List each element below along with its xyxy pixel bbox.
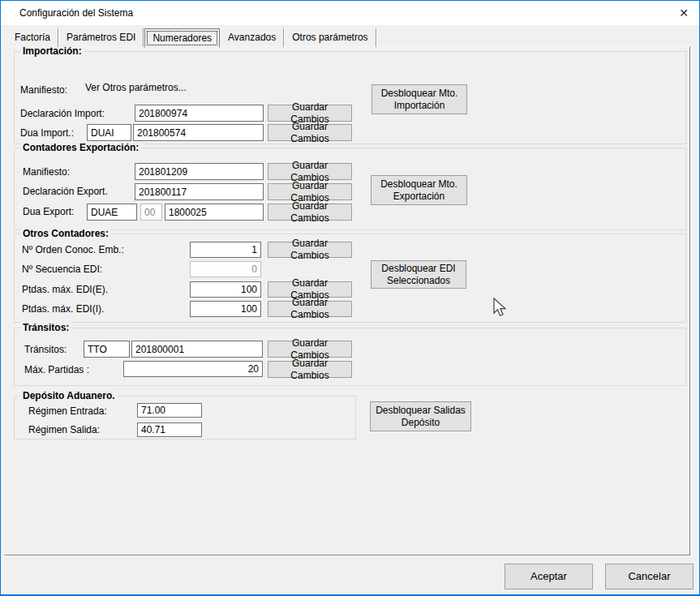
- guardar-dua-export-button[interactable]: Guardar Cambios: [268, 204, 352, 221]
- secuencia-edi-label: Nº Secuencia EDI:: [22, 264, 102, 275]
- regimen-entrada-label: Régimen Entrada:: [28, 405, 107, 417]
- orden-conoc-label: Nº Orden Conoc. Emb.:: [22, 244, 124, 255]
- dua-export-mid-input[interactable]: [140, 204, 162, 221]
- aceptar-button[interactable]: Aceptar: [505, 564, 593, 590]
- ptdas-max-edi-e-input[interactable]: [190, 281, 261, 298]
- group-otros-contadores-title: Otros Contadores:: [20, 228, 111, 239]
- manifiesto-import-value: Ver Otros parámetros...: [85, 82, 187, 93]
- tab-otros-parametros[interactable]: Otros parámetros: [285, 28, 376, 47]
- guardar-ptdas-edi-e-button[interactable]: Guardar Cambios: [268, 281, 352, 298]
- system-config-dialog: Configuración del Sistema ✕ Factoría Par…: [0, 0, 700, 596]
- title-bar: Configuración del Sistema ✕: [1, 1, 699, 25]
- guardar-declaracion-export-button[interactable]: Guardar Cambios: [268, 183, 352, 200]
- manifiesto-export-input[interactable]: [135, 163, 264, 180]
- tab-parametros-edi[interactable]: Parámetros EDI: [59, 28, 144, 47]
- tab-strip: Factoría Parámetros EDI Numeradores Avan…: [7, 28, 377, 47]
- tab-factoria[interactable]: Factoría: [7, 28, 58, 47]
- group-deposito-aduanero-title: Depósito Aduanero.: [20, 390, 118, 401]
- guardar-transitos-button[interactable]: Guardar Cambios: [268, 341, 352, 358]
- window-title: Configuración del Sistema: [19, 7, 133, 19]
- guardar-ptdas-edi-i-button[interactable]: Guardar Cambios: [268, 301, 352, 317]
- cancelar-button[interactable]: Cancelar: [605, 564, 694, 590]
- manifiesto-import-label: Manifiesto:: [20, 84, 67, 96]
- ptdas-max-edi-i-label: Ptdas. máx. EDI(I).: [22, 303, 104, 315]
- transitos-code-input[interactable]: [84, 341, 130, 358]
- declaracion-import-label: Declaración Import:: [20, 108, 105, 119]
- guardar-max-partidas-button[interactable]: Guardar Cambios: [268, 361, 352, 378]
- ptdas-max-edi-e-label: Ptdas. máx. EDI(E).: [22, 284, 108, 295]
- dua-export-label: Dua Export:: [23, 206, 74, 217]
- manifiesto-export-label: Manifiesto:: [23, 166, 70, 178]
- guardar-declaracion-import-button[interactable]: Guardar Cambios: [268, 105, 352, 122]
- regimen-salida-input[interactable]: [137, 422, 202, 437]
- transitos-label: Tránsitos:: [24, 344, 67, 355]
- secuencia-edi-input: [190, 261, 261, 277]
- transitos-number-input[interactable]: [131, 341, 263, 358]
- orden-conoc-input[interactable]: [190, 242, 261, 258]
- desbloquear-salidas-deposito-button[interactable]: Desbloquear Salidas Depósito: [370, 401, 471, 431]
- declaracion-export-label: Declaración Export.: [23, 186, 108, 197]
- dua-export-number-input[interactable]: [165, 204, 264, 221]
- max-partidas-input[interactable]: [123, 361, 263, 377]
- declaracion-import-input[interactable]: [135, 105, 264, 122]
- tab-avanzados[interactable]: Avanzados: [221, 28, 284, 47]
- group-contadores-exportacion-title: Contadores Exportación:: [20, 142, 141, 153]
- guardar-orden-conoc-button[interactable]: Guardar Cambios: [268, 242, 352, 258]
- regimen-salida-label: Régimen Salida:: [28, 424, 100, 435]
- declaracion-export-input[interactable]: [135, 183, 264, 200]
- desbloquear-mto-exportacion-button[interactable]: Desbloquear Mto. Exportación: [371, 175, 467, 205]
- max-partidas-label: Máx. Partidas :: [24, 364, 89, 375]
- group-transitos-title: Tránsitos:: [20, 322, 71, 333]
- desbloquear-edi-seleccionados-button[interactable]: Desbloquear EDI Seleccionados: [371, 260, 466, 289]
- dua-export-code-input[interactable]: [87, 204, 137, 221]
- dua-import-code-input[interactable]: [87, 124, 131, 141]
- guardar-manifiesto-export-button[interactable]: Guardar Cambios: [268, 163, 352, 180]
- group-importacion-title: Importación:: [20, 45, 84, 57]
- dua-import-label: Dua Import.:: [20, 127, 74, 139]
- ptdas-max-edi-i-input[interactable]: [190, 301, 261, 317]
- close-icon[interactable]: ✕: [675, 4, 693, 22]
- regimen-entrada-input[interactable]: [137, 403, 202, 418]
- guardar-dua-import-button[interactable]: Guardar Cambios: [268, 124, 352, 141]
- dua-import-number-input[interactable]: [133, 124, 264, 141]
- desbloquear-mto-importacion-button[interactable]: Desbloquear Mto. Importación: [371, 84, 467, 114]
- tab-numeradores[interactable]: Numeradores: [144, 28, 220, 48]
